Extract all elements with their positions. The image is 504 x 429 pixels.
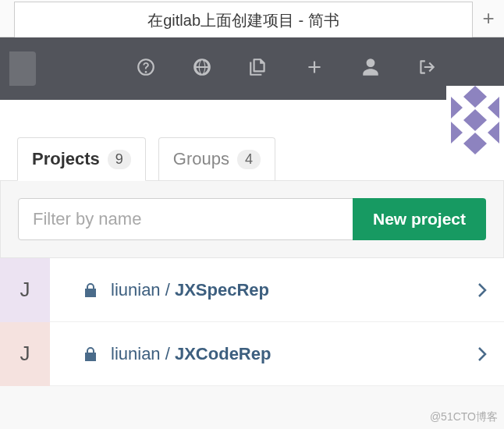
files-icon[interactable] <box>248 57 268 80</box>
chevron-right-icon <box>460 282 504 298</box>
lock-icon <box>73 346 108 362</box>
plus-icon: + <box>482 6 494 30</box>
project-avatar: J <box>0 258 50 322</box>
project-initial: J <box>20 342 30 366</box>
tab-count-badge: 9 <box>108 150 131 169</box>
watermark: @51CTO博客 <box>430 410 498 424</box>
globe-icon[interactable] <box>192 57 212 80</box>
chevron-right-icon <box>460 346 504 362</box>
project-owner: liunian <box>111 344 161 363</box>
browser-tab[interactable]: 在gitlab上面创建项目 - 简书 <box>14 2 473 39</box>
project-owner: liunian <box>111 280 161 300</box>
project-name-text: JXCodeRep <box>175 344 271 363</box>
gitlab-navbar <box>0 37 504 100</box>
tab-label: Projects <box>32 149 100 169</box>
help-icon[interactable] <box>136 57 156 80</box>
project-avatar: J <box>0 322 50 386</box>
avatar[interactable] <box>446 86 504 154</box>
new-tab-button[interactable]: + <box>473 0 504 37</box>
browser-tab-bar: 在gitlab上面创建项目 - 简书 + <box>0 0 504 37</box>
tab-count-badge: 4 <box>237 150 261 169</box>
project-name-text: JXSpecRep <box>175 280 269 300</box>
project-list: J liunian / JXSpecRep J liunian / JXCode… <box>0 258 504 386</box>
filter-bar: New project <box>0 181 504 258</box>
navbar-icon-group <box>136 57 437 80</box>
filter-input[interactable] <box>18 198 353 240</box>
lock-icon <box>73 282 108 298</box>
browser-tab-title: 在gitlab上面创建项目 - 简书 <box>147 10 339 31</box>
project-path: liunian / JXCodeRep <box>108 344 460 364</box>
project-path: liunian / JXSpecRep <box>108 280 460 300</box>
new-project-button[interactable]: New project <box>353 198 486 240</box>
tab-projects[interactable]: Projects 9 <box>17 137 146 181</box>
search-box-collapsed[interactable] <box>9 51 36 86</box>
project-initial: J <box>20 278 30 302</box>
tab-label: Groups <box>173 149 229 169</box>
dashboard-tabs: Projects 9 Groups 4 <box>0 100 504 181</box>
project-row[interactable]: J liunian / JXCodeRep <box>0 322 504 386</box>
logout-icon[interactable] <box>417 57 437 80</box>
user-icon[interactable] <box>360 57 381 80</box>
tab-groups[interactable]: Groups 4 <box>158 137 275 181</box>
plus-icon[interactable] <box>304 57 325 80</box>
project-row[interactable]: J liunian / JXSpecRep <box>0 258 504 322</box>
